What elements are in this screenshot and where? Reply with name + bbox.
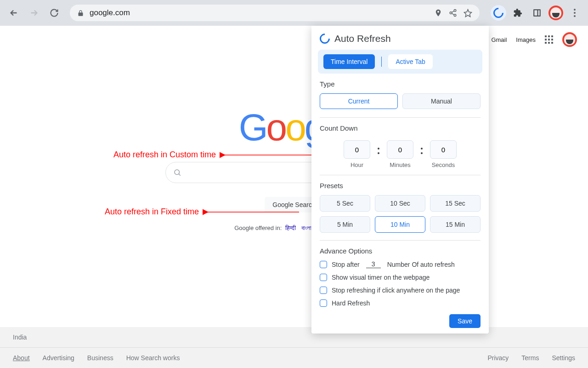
popup-refresh-icon [317, 31, 332, 46]
countdown-heading: Count Down [320, 124, 481, 132]
browser-toolbar: google.com [0, 0, 588, 26]
lang-link[interactable]: বাংলা [301, 224, 311, 231]
lang-link[interactable]: हिन्दी [285, 224, 296, 231]
auto-refresh-extension-icon[interactable] [491, 5, 506, 21]
minutes-label: Minutes [390, 161, 411, 168]
search-icon [173, 168, 181, 177]
save-button[interactable]: Save [449, 314, 481, 328]
type-manual-button[interactable]: Manual [402, 93, 481, 109]
seconds-input[interactable]: 0 [430, 140, 457, 159]
extensions-icon[interactable] [510, 5, 526, 21]
profile-avatar[interactable] [548, 6, 563, 20]
footer-link[interactable]: How Search works [126, 354, 180, 362]
footer-link[interactable]: About [13, 354, 30, 362]
annotation-fixed-time: Auto refresh in Fixed time [105, 207, 299, 217]
advance-heading: Advance Options [320, 247, 481, 255]
tab-separator [381, 57, 382, 67]
lock-icon [77, 10, 84, 17]
preset-button[interactable]: 15 Min [430, 216, 481, 233]
url-text: google.com [90, 8, 130, 17]
svg-point-0 [454, 10, 456, 12]
svg-rect-3 [534, 10, 540, 16]
back-button[interactable] [6, 5, 22, 21]
images-link[interactable]: Images [516, 36, 536, 43]
checkbox-icon[interactable] [320, 274, 327, 281]
footer-link[interactable]: Privacy [487, 354, 509, 362]
hour-input[interactable]: 0 [344, 140, 370, 159]
footer-link[interactable]: Terms [521, 354, 539, 362]
auto-refresh-popup: Auto Refresh Time Interval Active Tab Ty… [311, 26, 489, 334]
forward-button[interactable] [26, 5, 42, 21]
svg-point-5 [175, 170, 180, 175]
footer-link[interactable]: Advertising [43, 354, 74, 362]
visual-timer-option[interactable]: Show visual timer on the webpage [320, 274, 481, 281]
popup-title: Auto Refresh [334, 33, 391, 44]
type-current-button[interactable]: Current [320, 93, 398, 109]
preset-button[interactable]: 10 Min [375, 216, 425, 233]
checkbox-icon[interactable] [320, 299, 327, 307]
preset-button[interactable]: 5 Sec [320, 195, 370, 212]
footer-link[interactable]: Business [87, 354, 113, 362]
hard-refresh-option[interactable]: Hard Refresh [320, 299, 481, 307]
footer-link[interactable]: Settings [552, 354, 575, 362]
preset-button[interactable]: 5 Min [320, 216, 370, 233]
checkbox-icon[interactable] [320, 261, 327, 268]
browser-menu[interactable] [567, 5, 582, 21]
footer-region: India [0, 327, 588, 348]
stop-after-input[interactable]: 3 [366, 260, 381, 268]
extension-group [491, 5, 582, 21]
svg-point-1 [450, 12, 452, 14]
stop-on-click-option[interactable]: Stop refreshing if click anywhere on the… [320, 287, 481, 294]
hour-label: Hour [351, 161, 363, 168]
google-avatar[interactable] [562, 32, 577, 47]
google-footer: India About Advertising Business How Sea… [0, 327, 588, 368]
apps-icon[interactable] [545, 35, 553, 44]
gmail-link[interactable]: Gmail [491, 36, 507, 43]
reload-button[interactable] [46, 5, 62, 21]
google-topbar: Gmail Images [491, 32, 577, 47]
minutes-input[interactable]: 0 [387, 140, 413, 159]
star-icon[interactable] [464, 9, 472, 17]
colon-icon [378, 133, 379, 168]
preset-button[interactable]: 15 Sec [430, 195, 481, 212]
share-icon[interactable] [449, 9, 457, 17]
seconds-label: Seconds [432, 161, 455, 168]
url-actions [434, 9, 472, 17]
annotation-custom-time: Auto refresh in Custom time [113, 150, 325, 160]
checkbox-icon[interactable] [320, 287, 327, 294]
type-heading: Type [320, 80, 481, 88]
address-bar[interactable]: google.com [70, 5, 480, 21]
tab-time-interval[interactable]: Time Interval [323, 54, 375, 69]
presets-heading: Presets [320, 182, 481, 190]
tab-active-tab[interactable]: Active Tab [388, 54, 432, 69]
location-icon[interactable] [434, 9, 442, 17]
colon-icon [421, 133, 423, 168]
preset-button[interactable]: 10 Sec [375, 195, 425, 212]
svg-point-2 [454, 14, 456, 17]
sidepanel-icon[interactable] [529, 5, 545, 21]
stop-after-option[interactable]: Stop after 3 Number Of auto refresh [320, 260, 481, 268]
popup-tabs: Time Interval Active Tab [318, 50, 482, 74]
